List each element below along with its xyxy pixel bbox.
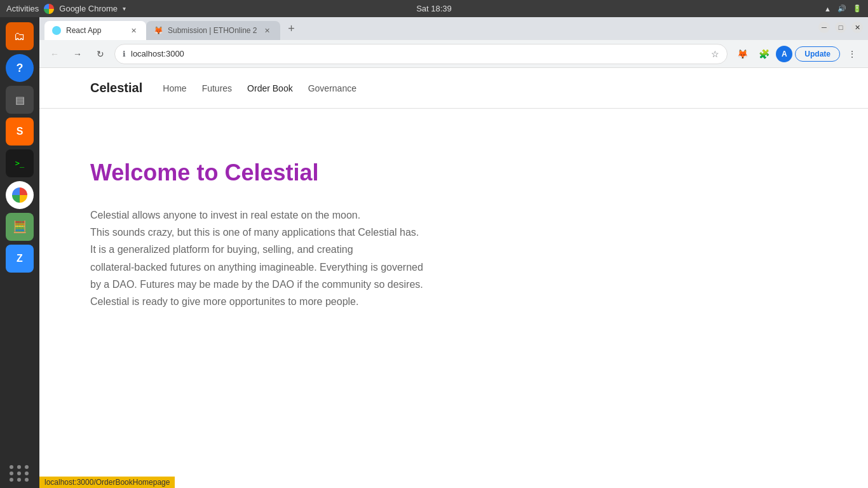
update-button[interactable]: Update (795, 46, 840, 62)
forward-button[interactable]: → (69, 45, 86, 63)
nav-orderbook[interactable]: Order Book (247, 83, 293, 93)
nav-futures[interactable]: Futures (202, 83, 232, 93)
hero-body: Celestial allows anyone to invest in rea… (90, 207, 535, 310)
browser-window: React App ✕ 🦊 Submission | ETHOnline 2 ✕… (39, 17, 868, 488)
status-bar: localhost:3000/OrderBookHomepage (39, 477, 175, 488)
eth-favicon: 🦊 (154, 26, 163, 35)
app-grid-icon[interactable] (10, 465, 30, 482)
browser-name-topbar: Google Chrome (59, 4, 118, 13)
tab-eth-label: Submission | ETHOnline 2 (168, 26, 257, 35)
hero-body-text: Celestial allows anyone to invest in rea… (90, 210, 423, 307)
tab-eth-close[interactable]: ✕ (262, 25, 273, 36)
new-tab-button[interactable]: + (283, 20, 301, 37)
os-datetime: Sat 18:39 (416, 4, 452, 13)
extensions-fox-icon[interactable]: 🦊 (733, 44, 752, 64)
restore-button[interactable]: □ (835, 22, 846, 33)
tab-react-close[interactable]: ✕ (128, 25, 139, 36)
extensions-puzzle-icon[interactable]: 🧩 (754, 44, 773, 64)
tab-eth-online[interactable]: 🦊 Submission | ETHOnline 2 ✕ (146, 21, 280, 40)
calc-sidebar-icon[interactable]: 🧮 (6, 213, 34, 241)
chrome-icon-topbar (44, 4, 54, 14)
chrome-sidebar-icon[interactable] (6, 181, 34, 209)
hero-title: Welcome to Celestial (90, 159, 817, 186)
window-controls: ─ □ ✕ (818, 22, 863, 36)
wifi-icon: ▲ (824, 5, 831, 13)
page-content: Celestial Home Futures Order Book Govern… (39, 68, 868, 488)
status-url: localhost:3000/OrderBookHomepage (44, 478, 170, 487)
files-sidebar-icon[interactable]: 🗂 (6, 22, 34, 50)
hero-section: Welcome to Celestial Celestial allows an… (39, 109, 868, 348)
profile-avatar[interactable]: A (776, 46, 792, 62)
os-sidebar: 🗂 ? ▤ S >_ 🧮 Z (0, 17, 39, 488)
lock-icon: ℹ (123, 50, 126, 58)
activities-label[interactable]: Activities (6, 4, 39, 13)
volume-icon: 🔊 (837, 4, 846, 13)
app-navbar: Celestial Home Futures Order Book Govern… (39, 68, 868, 109)
react-favicon (52, 26, 61, 35)
tab-react-label: React App (66, 26, 123, 35)
topbar-dropdown-icon[interactable]: ▾ (123, 5, 126, 12)
address-bar[interactable]: ℹ localhost:3000 ☆ (114, 44, 728, 64)
zoom-sidebar-icon[interactable]: Z (6, 245, 34, 273)
toolbar-icons: 🦊 🧩 A Update ⋮ (733, 44, 862, 64)
back-button[interactable]: ← (46, 45, 64, 63)
sublime-sidebar-icon[interactable]: S (6, 118, 34, 146)
tab-react-app[interactable]: React App ✕ (44, 21, 146, 40)
battery-icon: 🔋 (853, 4, 862, 13)
browser-toolbar: ← → ↻ ℹ localhost:3000 ☆ 🦊 🧩 A Update ⋮ (39, 40, 868, 68)
terminal-sidebar-icon[interactable]: >_ (6, 149, 34, 177)
reload-button[interactable]: ↻ (92, 45, 109, 63)
os-topbar: Activities Google Chrome ▾ Sat 18:39 ▲ 🔊… (0, 0, 868, 17)
nav-home[interactable]: Home (163, 83, 186, 93)
browser-titlebar: React App ✕ 🦊 Submission | ETHOnline 2 ✕… (39, 17, 868, 40)
files2-sidebar-icon[interactable]: ▤ (6, 86, 34, 114)
app-brand: Celestial (90, 81, 142, 95)
help-sidebar-icon[interactable]: ? (6, 54, 34, 82)
nav-governance[interactable]: Governance (308, 83, 356, 93)
url-display: localhost:3000 (131, 49, 706, 58)
close-button[interactable]: ✕ (851, 22, 863, 33)
minimize-button[interactable]: ─ (818, 22, 830, 33)
bookmark-icon[interactable]: ☆ (711, 49, 719, 59)
menu-button[interactable]: ⋮ (843, 44, 862, 64)
